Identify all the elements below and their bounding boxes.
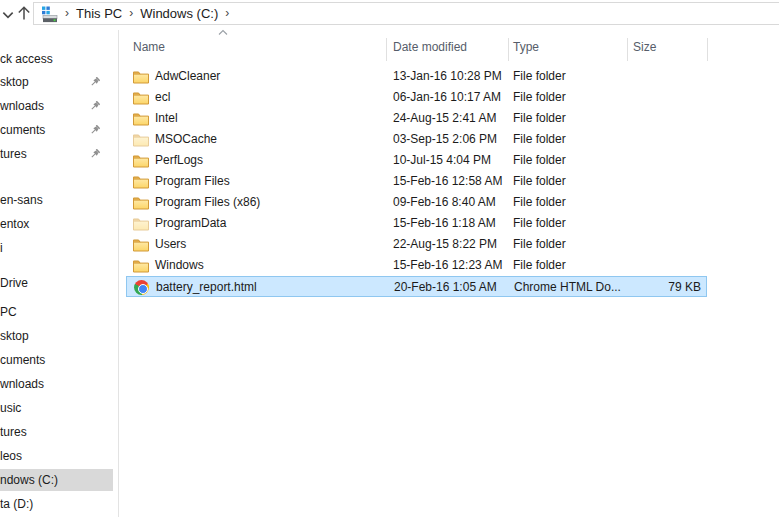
folder-row[interactable]: MSOCache03-Sep-15 2:06 PMFile folder — [126, 129, 707, 150]
folder-icon — [133, 70, 149, 84]
folder-row[interactable]: Program Files15-Feb-16 12:58 AMFile fold… — [126, 171, 707, 192]
file-row-selected[interactable]: battery_report.html20-Feb-16 1:05 AMChro… — [126, 276, 707, 297]
pin-icon — [89, 148, 101, 160]
folder-icon — [133, 238, 149, 252]
breadcrumb-windows-c[interactable]: Windows (C:) — [140, 6, 218, 21]
folder-row[interactable]: Windows15-Feb-16 12:23 AMFile folder — [126, 255, 707, 276]
pin-icon — [89, 124, 101, 136]
navigation-pane: ck access sktop wnloads cuments tures en… — [0, 28, 118, 517]
folder-row[interactable]: ProgramData15-Feb-16 1:18 AMFile folder — [126, 213, 707, 234]
column-header-date-modified[interactable]: Date modified — [393, 40, 467, 54]
sidebar-item-drive[interactable]: Drive — [0, 273, 113, 293]
column-header-size[interactable]: Size — [633, 40, 656, 54]
column-divider[interactable] — [707, 38, 708, 61]
sidebar-item-music[interactable]: usic — [0, 398, 113, 418]
folder-icon — [133, 112, 149, 126]
folder-row[interactable]: PerfLogs10-Jul-15 4:04 PMFile folder — [126, 150, 707, 171]
sidebar-item-downloads[interactable]: wnloads — [0, 374, 113, 394]
breadcrumb-separator-icon: › — [122, 6, 140, 22]
sidebar-item-quick-access[interactable]: ck access — [0, 49, 113, 69]
sidebar-item-folder[interactable]: i — [0, 238, 113, 258]
up-one-level-button[interactable] — [16, 4, 32, 22]
chrome-icon — [134, 280, 149, 295]
column-header-type[interactable]: Type — [513, 40, 539, 54]
breadcrumb-this-pc[interactable]: This PC — [76, 6, 122, 21]
sidebar-item-data-d[interactable]: ta (D:) — [0, 494, 113, 514]
sidebar-item-this-pc[interactable]: PC — [0, 302, 113, 322]
column-divider[interactable] — [508, 38, 509, 61]
sidebar-item-desktop[interactable]: sktop — [0, 72, 113, 92]
breadcrumb-separator-icon: › — [58, 6, 76, 22]
sidebar-item-desktop[interactable]: sktop — [0, 326, 113, 346]
folder-row[interactable]: Program Files (x86)09-Feb-16 8:40 AMFile… — [126, 192, 707, 213]
column-divider[interactable] — [386, 38, 387, 61]
chevron-down-icon[interactable] — [1, 8, 15, 22]
column-divider[interactable] — [627, 38, 628, 61]
file-explorer-window: › This PC › Windows (C:) › ck access skt… — [0, 0, 779, 517]
sidebar-item-folder[interactable]: entox — [0, 214, 113, 234]
folder-icon — [133, 196, 149, 210]
folder-icon — [133, 133, 149, 147]
folder-row[interactable]: AdwCleaner13-Jan-16 10:28 PMFile folder — [126, 66, 707, 87]
folder-icon — [133, 217, 149, 231]
folder-row[interactable]: Users22-Aug-15 8:22 PMFile folder — [126, 234, 707, 255]
column-header-name[interactable]: Name — [133, 40, 165, 54]
folder-icon — [133, 259, 149, 273]
sidebar-item-pictures[interactable]: tures — [0, 144, 113, 164]
folder-icon — [133, 154, 149, 168]
sidebar-item-downloads[interactable]: wnloads — [0, 96, 113, 116]
breadcrumb-separator-icon: › — [218, 6, 236, 22]
folder-icon — [133, 91, 149, 105]
pin-icon — [89, 100, 101, 112]
sidebar-item-folder[interactable]: en-sans — [0, 190, 113, 210]
sidebar-item-pictures[interactable]: tures — [0, 422, 113, 442]
folder-row[interactable]: Intel24-Aug-15 2:41 AMFile folder — [126, 108, 707, 129]
folder-icon — [133, 175, 149, 189]
address-bar[interactable]: › This PC › Windows (C:) › — [33, 2, 779, 25]
sort-ascending-icon — [218, 29, 228, 36]
drive-icon — [41, 5, 58, 24]
pin-icon — [89, 76, 101, 88]
sidebar-item-documents[interactable]: cuments — [0, 350, 113, 370]
sidebar-item-windows-c[interactable]: ndows (C:) — [0, 469, 113, 491]
sidebar-item-documents[interactable]: cuments — [0, 120, 113, 140]
pane-divider — [118, 30, 119, 517]
sidebar-item-videos[interactable]: leos — [0, 446, 113, 466]
folder-row[interactable]: ecl06-Jan-16 10:17 AMFile folder — [126, 87, 707, 108]
